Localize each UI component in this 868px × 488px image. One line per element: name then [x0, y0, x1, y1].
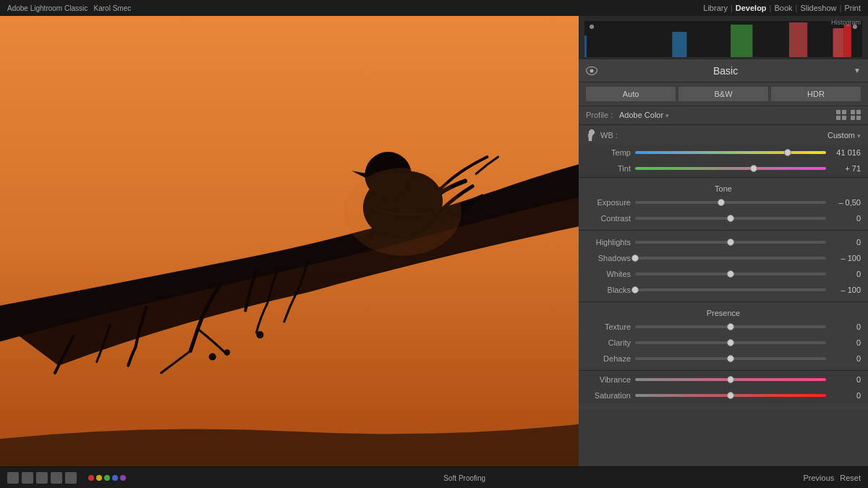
contrast-thumb[interactable]: [727, 215, 734, 222]
profile-label: Profile :: [586, 111, 615, 119]
bird-silhouette-svg: [0, 16, 579, 466]
highlights-track: [635, 241, 826, 244]
saturation-track: [635, 394, 826, 397]
shadows-slider[interactable]: [635, 257, 826, 260]
highlights-label: Highlights: [586, 238, 631, 247]
tool-icons-group: [7, 472, 77, 484]
reset-button[interactable]: Reset: [840, 474, 861, 482]
profile-value[interactable]: Adobe Color ▾: [619, 111, 669, 119]
nav-library[interactable]: Library: [703, 4, 728, 12]
svg-rect-1: [584, 35, 587, 57]
whites-label: Whites: [586, 270, 631, 278]
blacks-value: – 100: [830, 286, 861, 294]
texture-value: 0: [830, 322, 861, 331]
blacks-track: [635, 288, 826, 291]
blacks-thumb[interactable]: [631, 286, 639, 294]
histogram-chart: [584, 21, 862, 57]
svg-rect-2: [672, 32, 686, 57]
white-balance-dropper-icon[interactable]: [586, 129, 595, 141]
vibrance-thumb[interactable]: [727, 376, 734, 383]
blacks-slider[interactable]: [635, 288, 826, 291]
highlights-thumb[interactable]: [727, 239, 734, 246]
bw-button[interactable]: B&W: [678, 87, 768, 101]
exposure-slider[interactable]: [635, 201, 826, 204]
exposure-label: Exposure: [586, 198, 631, 207]
dehaze-thumb[interactable]: [727, 355, 734, 362]
nav-sep-1: |: [731, 4, 733, 12]
wb-label: WB :: [600, 131, 618, 140]
texture-thumb[interactable]: [727, 323, 734, 330]
tool-icon-3[interactable]: [36, 472, 48, 484]
profile-row: Profile : Adobe Color ▾: [579, 106, 868, 124]
nav-develop[interactable]: Develop: [736, 4, 767, 12]
user-name: Karol Smec: [94, 4, 132, 12]
tool-icon-1[interactable]: [7, 472, 19, 484]
main-image-area: [0, 16, 579, 466]
saturation-slider[interactable]: [635, 394, 826, 397]
eye-icon[interactable]: [586, 67, 597, 75]
grid-view-icon[interactable]: [836, 110, 846, 120]
svg-rect-3: [731, 25, 752, 57]
vibrance-slider[interactable]: [635, 378, 826, 381]
saturation-value: 0: [830, 391, 861, 400]
topbar: Adobe Lightroom Classic Karol Smec Libra…: [0, 0, 868, 16]
nav-book[interactable]: Book: [774, 4, 792, 12]
dehaze-label: Dehaze: [586, 354, 631, 363]
clarity-track: [635, 341, 826, 344]
wb-dropdown-arrow: ▾: [857, 132, 861, 140]
tint-slider[interactable]: [635, 167, 826, 170]
temp-value: 41 016: [830, 148, 861, 157]
tint-slider-row: Tint + 71: [579, 160, 868, 176]
clarity-slider[interactable]: [635, 341, 826, 344]
whites-thumb[interactable]: [727, 270, 734, 278]
temp-track: [635, 151, 826, 154]
separator-1: [579, 124, 868, 125]
exposure-thumb[interactable]: [718, 199, 725, 206]
color-dot-red[interactable]: [88, 475, 94, 481]
whites-slider[interactable]: [635, 273, 826, 275]
presence-title: Presence: [579, 306, 868, 319]
color-dot-purple[interactable]: [120, 475, 126, 481]
saturation-label: Saturation: [586, 391, 631, 400]
nav-slideshow[interactable]: Slideshow: [800, 4, 836, 12]
auto-button[interactable]: Auto: [586, 87, 676, 101]
shadows-track: [635, 257, 826, 260]
contrast-label: Contrast: [586, 214, 631, 223]
color-dot-yellow[interactable]: [96, 475, 102, 481]
texture-slider[interactable]: [635, 325, 826, 328]
previous-button[interactable]: Previous: [803, 474, 834, 482]
shadows-label: Shadows: [586, 254, 631, 262]
temp-slider-row: Temp 41 016: [579, 145, 868, 160]
whites-track: [635, 273, 826, 275]
histogram-label: Histogram: [831, 19, 861, 26]
tool-icon-5[interactable]: [65, 472, 77, 484]
exposure-value: – 0,50: [830, 198, 861, 207]
tone-title: Tone: [579, 181, 868, 194]
nav-print[interactable]: Print: [844, 4, 861, 12]
saturation-thumb[interactable]: [727, 392, 734, 399]
clarity-thumb[interactable]: [727, 339, 734, 346]
dehaze-slider[interactable]: [635, 357, 826, 360]
profile-icons: [836, 110, 861, 120]
grid-view-icon-2[interactable]: [851, 110, 861, 120]
shadows-thumb[interactable]: [631, 254, 639, 262]
temp-thumb[interactable]: [784, 149, 791, 156]
tool-icon-4[interactable]: [51, 472, 62, 484]
temp-label: Temp: [586, 148, 631, 157]
hdr-button[interactable]: HDR: [771, 87, 861, 101]
svg-point-13: [224, 349, 230, 355]
tint-thumb[interactable]: [750, 165, 757, 172]
exposure-slider-row: Exposure – 0,50: [579, 194, 868, 210]
contrast-slider[interactable]: [635, 217, 826, 220]
panel-collapse-arrow[interactable]: ▼: [854, 67, 861, 74]
color-dot-blue[interactable]: [112, 475, 118, 481]
color-dot-green[interactable]: [104, 475, 110, 481]
nav-sep-2: |: [770, 4, 772, 12]
wb-value[interactable]: Custom ▾: [827, 131, 861, 140]
texture-slider-row: Texture 0: [579, 319, 868, 335]
temp-slider[interactable]: [635, 151, 826, 154]
tool-icon-2[interactable]: [22, 472, 33, 484]
svg-point-15: [344, 168, 461, 256]
highlights-slider[interactable]: [635, 241, 826, 244]
vibrance-track: [635, 378, 826, 381]
